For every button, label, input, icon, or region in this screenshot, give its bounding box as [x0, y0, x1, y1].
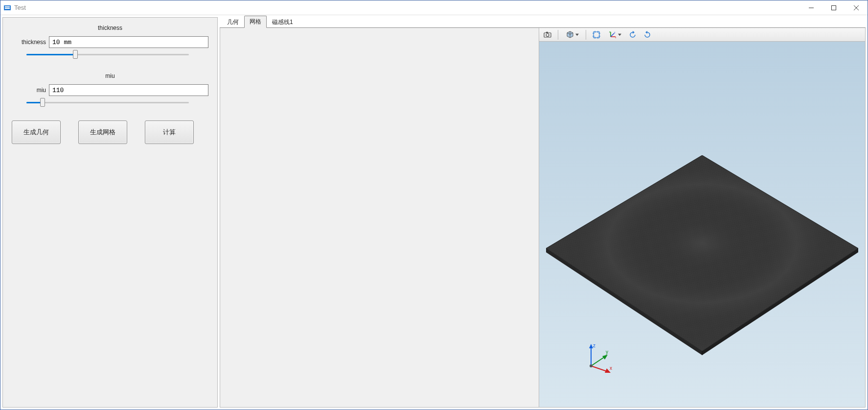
- parameter-panel: thickness thickness miu miu 生成几何: [2, 17, 218, 408]
- svg-text:x: x: [615, 36, 617, 39]
- miu-slider[interactable]: [26, 98, 189, 107]
- svg-text:x: x: [610, 365, 612, 371]
- tabbar: 几何 网格 磁感线1: [220, 17, 866, 28]
- window-title: Test: [14, 4, 26, 11]
- svg-text:y: y: [614, 31, 616, 34]
- axis-triad: z y x: [581, 341, 616, 376]
- svg-marker-15: [575, 34, 579, 36]
- minimize-button[interactable]: [800, 0, 822, 15]
- miu-input[interactable]: [49, 84, 208, 96]
- svg-line-45: [591, 356, 606, 366]
- svg-rect-1: [5, 6, 10, 7]
- rotate-left-icon[interactable]: [626, 29, 639, 41]
- titlebar: Test: [0, 0, 868, 15]
- tab-geometry[interactable]: 几何: [222, 16, 244, 28]
- svg-rect-16: [594, 32, 599, 38]
- thickness-input[interactable]: [49, 36, 208, 48]
- svg-marker-33: [645, 31, 647, 34]
- svg-line-48: [591, 366, 608, 372]
- svg-rect-9: [546, 32, 548, 33]
- svg-point-8: [546, 33, 549, 36]
- view-toolbar: xyz: [539, 28, 865, 42]
- generate-geometry-button[interactable]: 生成几何: [12, 121, 61, 144]
- cube-view-icon[interactable]: [562, 29, 582, 41]
- svg-marker-40: [546, 248, 702, 355]
- close-button[interactable]: [845, 0, 868, 15]
- camera-icon[interactable]: [541, 29, 554, 41]
- svg-marker-38: [546, 155, 858, 351]
- axis-orient-icon[interactable]: xyz: [605, 29, 624, 41]
- svg-marker-37: [546, 155, 858, 351]
- mesh-surface: [544, 155, 861, 361]
- 3d-viewport[interactable]: xyz: [539, 28, 865, 407]
- miu-label: miu: [12, 87, 46, 94]
- window-controls: [800, 0, 868, 15]
- thickness-group-title: thickness: [12, 24, 208, 31]
- miu-group-title: miu: [12, 72, 208, 79]
- svg-marker-39: [702, 248, 858, 355]
- svg-text:z: z: [593, 343, 595, 348]
- generate-mesh-button[interactable]: 生成网格: [78, 121, 127, 144]
- svg-point-51: [590, 364, 593, 367]
- fit-view-icon[interactable]: [590, 29, 603, 41]
- svg-text:y: y: [606, 349, 608, 355]
- svg-rect-2: [5, 8, 10, 9]
- svg-rect-4: [832, 5, 836, 10]
- client-area: thickness thickness miu miu 生成几何: [0, 15, 868, 410]
- thickness-field-row: thickness: [12, 36, 208, 48]
- svg-marker-31: [618, 34, 621, 36]
- content-blank: [220, 28, 539, 407]
- rotate-right-icon[interactable]: [641, 29, 654, 41]
- thickness-slider[interactable]: [26, 50, 189, 59]
- svg-line-27: [611, 33, 614, 37]
- thickness-label: thickness: [12, 39, 46, 46]
- calculate-button[interactable]: 计算: [145, 121, 194, 144]
- tab-fieldline[interactable]: 磁感线1: [267, 16, 298, 28]
- svg-marker-46: [602, 355, 608, 360]
- svg-marker-49: [605, 368, 611, 373]
- miu-field-row: miu: [12, 84, 208, 96]
- svg-marker-43: [589, 344, 593, 348]
- svg-marker-32: [633, 31, 635, 34]
- right-area: 几何 网格 磁感线1: [220, 17, 866, 408]
- app-icon: [3, 4, 11, 12]
- maximize-button[interactable]: [822, 0, 845, 15]
- action-buttons: 生成几何 生成网格 计算: [12, 121, 208, 144]
- tab-mesh[interactable]: 网格: [244, 16, 267, 28]
- tab-content: xyz: [220, 28, 866, 408]
